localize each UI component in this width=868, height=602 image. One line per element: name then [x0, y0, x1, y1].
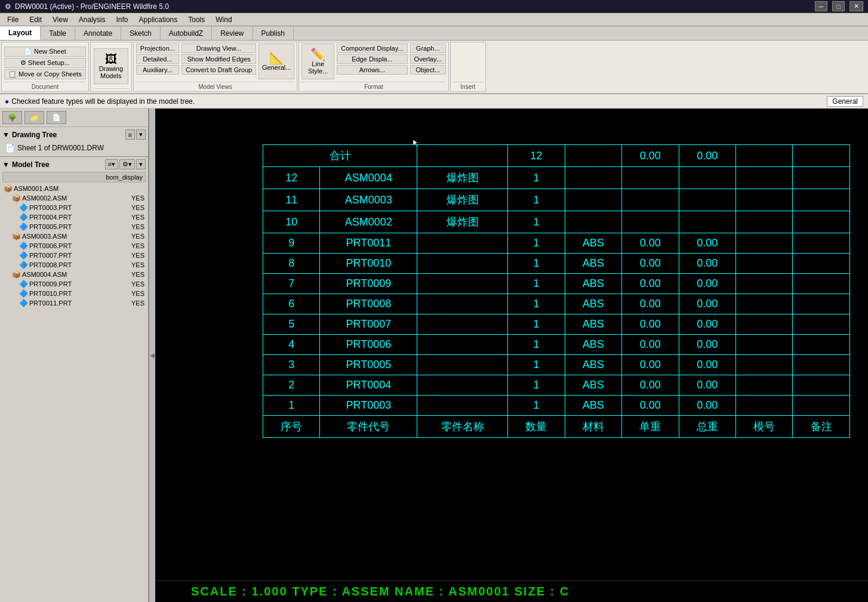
mt-item-prt0004[interactable]: 🔷 PRT0004.PRT YES — [2, 212, 146, 222]
menu-wind[interactable]: Wind — [211, 14, 236, 25]
new-sheet-button[interactable]: 📄 New Sheet — [4, 47, 86, 57]
mt-filter-button[interactable]: ⚙▾ — [119, 159, 135, 169]
mt-item-prt0006[interactable]: 🔷 PRT0006.PRT YES — [2, 241, 146, 251]
panel-icons: 🌳 📁 📄 — [0, 109, 148, 127]
mt-item-prt0010[interactable]: 🔷 PRT0010.PRT YES — [2, 289, 146, 298]
row4-remark — [793, 335, 850, 355]
general-label: General... — [262, 64, 291, 71]
mt-item-prt0011[interactable]: 🔷 PRT0011.PRT YES — [2, 298, 146, 308]
object-button[interactable]: Object... — [410, 65, 446, 75]
row11-qty: 1 — [508, 189, 565, 211]
move-copy-sheets-button[interactable]: 📋 Move or Copy Sheets — [4, 69, 86, 79]
header-unitweight: 单重 — [622, 416, 679, 438]
row6-partname — [417, 294, 508, 314]
title-text: DRW0001 (Active) - Pro/ENGINEER Wildfire… — [15, 2, 169, 11]
mt-expand-button[interactable]: ▾ — [136, 159, 146, 169]
panel-resize-handle[interactable]: ◀ — [149, 109, 155, 602]
header-partcode: 零件代号 — [320, 416, 417, 438]
close-button[interactable]: ✕ — [849, 1, 863, 11]
row12-material — [565, 167, 622, 189]
tab-layout[interactable]: Layout — [0, 26, 41, 40]
row8-model — [735, 254, 792, 274]
row6-unitweight: 0.00 — [622, 294, 679, 314]
drawing-view-button[interactable]: Drawing View... — [181, 44, 256, 53]
drawing-tree-settings-button[interactable]: ≡ — [125, 129, 135, 140]
maximize-button[interactable]: □ — [832, 1, 845, 11]
row8-qty: 1 — [508, 254, 565, 274]
mt-item-asm0003-left: 📦 ASM0003.ASM — [4, 232, 67, 240]
row1-partcode: PRT0003 — [320, 396, 417, 416]
tab-annotate[interactable]: Annotate — [75, 26, 121, 40]
title-bar-controls[interactable]: ─ □ ✕ — [815, 1, 863, 11]
mt-item-asm0002[interactable]: 📦 ASM0002.ASM YES — [2, 193, 146, 203]
row4-model — [735, 335, 792, 355]
mt-item-asm0001[interactable]: 📦 ASM0001.ASM — [2, 184, 146, 193]
model-tree-collapse[interactable]: ▼ — [2, 160, 10, 169]
info-bar: ● Checked feature types will be displaye… — [0, 94, 868, 109]
menu-file[interactable]: File — [2, 14, 23, 25]
title-bar: ⚙ DRW0001 (Active) - Pro/ENGINEER Wildfi… — [0, 0, 868, 13]
drawing-tree-expand-button[interactable]: ▾ — [136, 129, 146, 140]
panel-icon-folder[interactable]: 📁 — [24, 111, 44, 124]
bom-total-row: 合计 12 0.00 0.00 — [263, 145, 850, 167]
minimize-button[interactable]: ─ — [815, 1, 828, 11]
mt-item-prt0008[interactable]: 🔷 PRT0008.PRT YES — [2, 260, 146, 270]
line-style-button[interactable]: ✏️ LineStyle... — [301, 44, 334, 79]
prt0003-value: YES — [131, 204, 144, 211]
mt-item-prt0009[interactable]: 🔷 PRT0009.PRT YES — [2, 279, 146, 289]
menu-view[interactable]: View — [48, 14, 73, 25]
collapse-arrow[interactable]: ▼ — [2, 131, 10, 139]
mt-item-prt0003[interactable]: 🔷 PRT0003.PRT YES — [2, 203, 146, 212]
mt-settings-button[interactable]: ≡▾ — [105, 159, 118, 169]
row1-unitweight: 0.00 — [622, 396, 679, 416]
prt0005-value: YES — [131, 223, 144, 230]
tab-table[interactable]: Table — [41, 26, 75, 40]
component-display-button[interactable]: Component Display... — [337, 44, 407, 53]
header-model: 模号 — [735, 416, 792, 438]
sheet-setup-button[interactable]: ⚙ Sheet Setup... — [4, 58, 86, 68]
row3-remark — [793, 355, 850, 375]
show-modified-edges-button[interactable]: Show Modified Edges — [181, 54, 256, 64]
arrows-button[interactable]: Arrows... — [337, 65, 407, 75]
row6-remark — [793, 294, 850, 314]
menu-edit[interactable]: Edit — [24, 14, 47, 25]
menu-info[interactable]: Info — [112, 14, 133, 25]
tab-review[interactable]: Review — [212, 26, 253, 40]
menu-applications[interactable]: Applications — [134, 14, 183, 25]
graph-button[interactable]: Graph... — [410, 44, 446, 53]
drawing-tree-controls: ≡ ▾ — [125, 129, 146, 140]
bom-row-12: 12 ASM0004 爆炸图 1 — [263, 167, 850, 189]
projection-button[interactable]: Projection... — [136, 44, 179, 53]
tab-publish[interactable]: Publish — [253, 26, 294, 40]
row6-model — [735, 294, 792, 314]
drawing-tree-title: ▼ Drawing Tree — [2, 131, 57, 139]
mt-item-asm0004[interactable]: 📦 ASM0004.ASM YES — [2, 270, 146, 279]
tab-sketch[interactable]: Sketch — [121, 26, 161, 40]
canvas-area[interactable]: 合计 12 0.00 0.00 12 ASM0004 爆炸图 1 — [155, 109, 868, 602]
tab-autobuildz[interactable]: AutobuildZ — [161, 26, 212, 40]
edge-display-button[interactable]: Edge Displa... — [337, 54, 407, 64]
drawing-models-button[interactable]: 🖼 DrawingModels — [94, 48, 128, 84]
general-button[interactable]: 📐 General... — [258, 44, 294, 79]
prt0009-label: PRT0009.PRT — [29, 280, 72, 288]
status-text: SCALE : 1.000 TYPE : ASSEM NAME : ASM000… — [191, 585, 570, 598]
menu-analysis[interactable]: Analysis — [74, 14, 110, 25]
row2-totalweight: 0.00 — [679, 375, 735, 396]
panel-icon-tree[interactable]: 🌳 — [2, 111, 22, 124]
overlay-button[interactable]: Overlay... — [410, 54, 446, 64]
menu-tools[interactable]: Tools — [183, 14, 210, 25]
mt-item-prt0007[interactable]: 🔷 PRT0007.PRT YES — [2, 251, 146, 260]
drawing-tree-item-sheet1[interactable]: 📄 Sheet 1 of DRW0001.DRW — [2, 142, 146, 154]
auxiliary-button[interactable]: Auxiliary... — [136, 65, 179, 75]
convert-to-draft-group-button[interactable]: Convert to Draft Group — [181, 65, 256, 75]
general-display-label: General — [827, 96, 863, 107]
panel-icon-sheet[interactable]: 📄 — [47, 111, 66, 124]
format-buttons-right: Graph... Overlay... Object... — [410, 44, 446, 82]
row12-seq: 12 — [263, 167, 320, 189]
mt-item-asm0003[interactable]: 📦 ASM0003.ASM YES — [2, 231, 146, 241]
row4-seq: 4 — [263, 335, 320, 355]
detailed-button[interactable]: Detailed... — [136, 54, 179, 64]
asm0002-icon: 📦 — [12, 194, 21, 202]
mt-item-prt0005[interactable]: 🔷 PRT0005.PRT YES — [2, 222, 146, 231]
title-bar-left: ⚙ DRW0001 (Active) - Pro/ENGINEER Wildfi… — [5, 2, 169, 11]
